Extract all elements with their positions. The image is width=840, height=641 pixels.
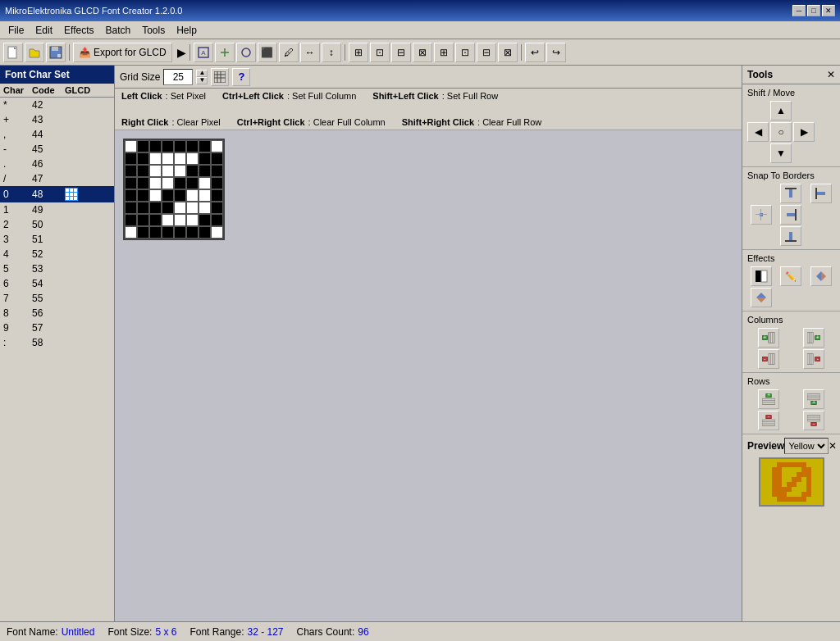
maximize-button[interactable]: □: [807, 5, 820, 16]
char-list-item-48[interactable]: 048: [0, 186, 114, 202]
close-button[interactable]: ✕: [822, 5, 835, 16]
pixel-7-1[interactable]: [137, 226, 149, 239]
pixel-4-7[interactable]: [211, 189, 223, 202]
row-add-top-btn[interactable]: +: [758, 389, 779, 409]
tb-btn-6[interactable]: ↔: [300, 43, 320, 62]
pixel-0-7[interactable]: [211, 140, 223, 152]
minimize-button[interactable]: ─: [792, 5, 806, 16]
col-add-right-btn[interactable]: +: [803, 328, 824, 348]
pixel-4-5[interactable]: [186, 189, 199, 202]
pixel-3-6[interactable]: [199, 177, 211, 189]
menu-tools[interactable]: Tools: [137, 23, 170, 38]
menu-effects[interactable]: Effects: [59, 23, 98, 38]
pixel-1-6[interactable]: [199, 152, 211, 165]
preview-color-select[interactable]: Yellow Green Red Blue: [784, 438, 829, 454]
effect-flip-h-btn[interactable]: [810, 266, 832, 286]
grid-size-input[interactable]: [163, 69, 193, 85]
tb-btn-4[interactable]: ⬛: [258, 43, 277, 62]
pixel-7-2[interactable]: [149, 226, 162, 239]
pixel-6-5[interactable]: [186, 214, 199, 226]
spin-down[interactable]: ▼: [196, 77, 208, 84]
tb-btn-7[interactable]: ↕: [322, 43, 341, 62]
effect-flip-v-btn[interactable]: [751, 288, 772, 307]
pixel-3-4[interactable]: [174, 177, 186, 189]
pixel-4-0[interactable]: [125, 189, 137, 202]
char-list-item-49[interactable]: 149: [0, 202, 114, 217]
pixel-0-2[interactable]: [149, 140, 162, 152]
export-button[interactable]: 📤 Export for GLCD: [73, 43, 172, 62]
pixel-3-0[interactable]: [125, 177, 137, 189]
char-list-item-47[interactable]: /47: [0, 171, 114, 186]
tb-btn-1[interactable]: A: [194, 43, 213, 62]
col-del-right-btn[interactable]: -: [803, 349, 824, 369]
pixel-1-2[interactable]: [149, 152, 162, 165]
char-list-item-44[interactable]: ,44: [0, 127, 114, 142]
pixel-4-6[interactable]: [199, 189, 211, 202]
char-list-item-57[interactable]: 957: [0, 320, 114, 335]
pixel-7-5[interactable]: [186, 226, 199, 239]
pixel-2-5[interactable]: [186, 165, 199, 177]
pixel-1-5[interactable]: [186, 152, 199, 165]
snap-center-btn[interactable]: [751, 205, 772, 225]
pixel-1-4[interactable]: [174, 152, 186, 165]
char-list-item-45[interactable]: -45: [0, 142, 114, 157]
pixel-2-7[interactable]: [211, 165, 223, 177]
pixel-3-5[interactable]: [186, 177, 199, 189]
pixel-5-1[interactable]: [137, 202, 149, 214]
pixel-0-4[interactable]: [174, 140, 186, 152]
pixel-7-3[interactable]: [162, 226, 174, 239]
char-list-item-55[interactable]: 755: [0, 291, 114, 306]
tb-btn-5[interactable]: 🖊: [279, 43, 299, 62]
pixel-5-2[interactable]: [149, 202, 162, 214]
arrow-left-btn[interactable]: ◀: [747, 122, 769, 142]
arrow-right-btn[interactable]: ▶: [793, 122, 815, 142]
tb-btn-17[interactable]: ↪: [546, 43, 566, 62]
pixel-6-4[interactable]: [174, 214, 186, 226]
tb-btn-16[interactable]: ↩: [525, 43, 545, 62]
row-del-top-btn[interactable]: -: [758, 411, 779, 430]
arrow-center-btn[interactable]: ○: [770, 122, 792, 142]
open-button[interactable]: [25, 43, 44, 62]
pixel-6-3[interactable]: [162, 214, 174, 226]
snap-top-btn[interactable]: [780, 184, 801, 203]
pixel-7-4[interactable]: [174, 226, 186, 239]
snap-bottom-btn[interactable]: [780, 226, 801, 246]
tb-btn-8[interactable]: ⊞: [349, 43, 368, 62]
char-list-item-53[interactable]: 553: [0, 261, 114, 276]
save-button[interactable]: [46, 43, 66, 62]
menu-help[interactable]: Help: [171, 23, 202, 38]
pixel-6-6[interactable]: [199, 214, 211, 226]
grid-toggle-btn[interactable]: [211, 68, 229, 86]
pixel-6-1[interactable]: [137, 214, 149, 226]
tools-close-btn[interactable]: ✕: [827, 69, 835, 80]
pixel-3-1[interactable]: [137, 177, 149, 189]
pixel-2-0[interactable]: [125, 165, 137, 177]
pixel-5-6[interactable]: [199, 202, 211, 214]
pixel-1-0[interactable]: [125, 152, 137, 165]
tb-btn-13[interactable]: ⊡: [455, 43, 475, 62]
snap-right-btn[interactable]: [780, 205, 801, 225]
col-del-left-btn[interactable]: -: [758, 349, 779, 369]
tb-btn-10[interactable]: ⊟: [391, 43, 411, 62]
new-button[interactable]: [3, 43, 23, 62]
pixel-5-4[interactable]: [174, 202, 186, 214]
pixel-grid[interactable]: [123, 139, 225, 240]
tb-btn-11[interactable]: ⊠: [413, 43, 432, 62]
char-list-item-42[interactable]: *42: [0, 98, 114, 112]
pixel-2-4[interactable]: [174, 165, 186, 177]
char-list-item-54[interactable]: 654: [0, 276, 114, 291]
help-btn[interactable]: ?: [232, 68, 250, 86]
arrow-down-btn[interactable]: ▼: [770, 143, 792, 163]
pixel-3-2[interactable]: [149, 177, 162, 189]
pixel-4-3[interactable]: [162, 189, 174, 202]
char-list-item-56[interactable]: 856: [0, 306, 114, 320]
pixel-4-4[interactable]: [174, 189, 186, 202]
char-list-item-51[interactable]: 351: [0, 232, 114, 247]
snap-left-btn[interactable]: [810, 184, 832, 203]
pixel-0-5[interactable]: [186, 140, 199, 152]
menu-batch[interactable]: Batch: [101, 23, 136, 38]
pixel-1-1[interactable]: [137, 152, 149, 165]
pixel-3-7[interactable]: [211, 177, 223, 189]
char-list-item-46[interactable]: .46: [0, 157, 114, 171]
export-arrow[interactable]: ▶: [177, 46, 186, 59]
